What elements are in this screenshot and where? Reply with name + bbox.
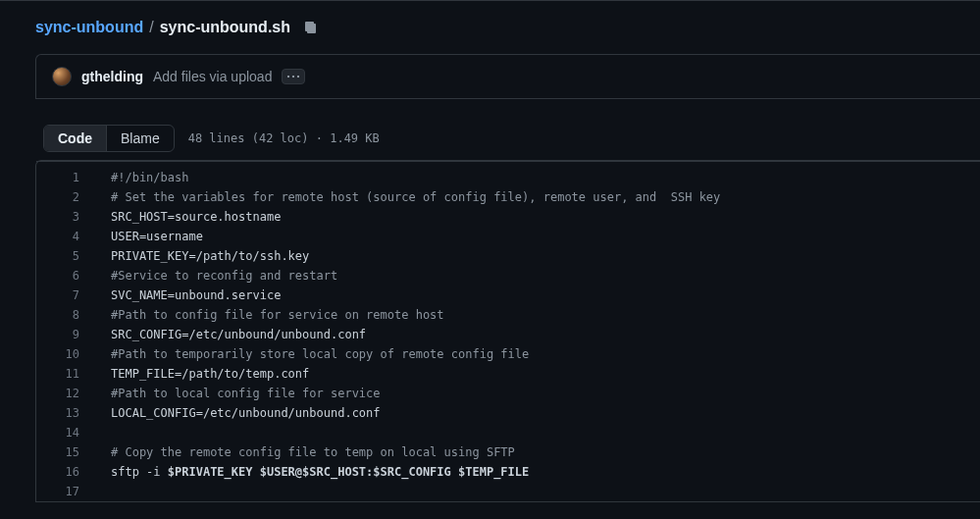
- code-area[interactable]: 1#!/bin/bash2# Set the variables for rem…: [36, 161, 980, 501]
- line-number[interactable]: 1: [36, 168, 99, 187]
- line-number[interactable]: 6: [36, 266, 99, 285]
- code-line[interactable]: SRC_CONFIG=/etc/unbound/unbound.conf: [99, 325, 366, 344]
- code-line[interactable]: #Path to config file for service on remo…: [99, 305, 444, 325]
- breadcrumb-repo-link[interactable]: sync-unbound: [35, 19, 143, 36]
- code-row: 12#Path to local config file for service: [36, 384, 980, 403]
- breadcrumb-filename: sync-unbound.sh: [160, 19, 290, 36]
- commit-box: gthelding Add files via upload: [35, 54, 980, 99]
- line-number[interactable]: 5: [36, 246, 99, 266]
- code-line[interactable]: #Service to reconfig and restart: [99, 266, 337, 285]
- line-number[interactable]: 14: [36, 423, 99, 442]
- code-row: 3SRC_HOST=source.hostname: [36, 207, 980, 227]
- code-line[interactable]: PRIVATE_KEY=/path/to/ssh.key: [99, 246, 309, 266]
- ellipsis-icon: [287, 75, 299, 78]
- code-row: 5PRIVATE_KEY=/path/to/ssh.key: [36, 246, 980, 266]
- line-number[interactable]: 3: [36, 207, 99, 227]
- code-line[interactable]: # Copy the remote config file to temp on…: [99, 442, 515, 462]
- file-info: 48 lines (42 loc) · 1.49 KB: [188, 131, 380, 145]
- breadcrumb: sync-unbound / sync-unbound.sh: [35, 1, 980, 54]
- line-number[interactable]: 4: [36, 227, 99, 246]
- code-line[interactable]: SVC_NAME=unbound.service: [99, 285, 281, 305]
- code-line[interactable]: LOCAL_CONFIG=/etc/unbound/unbound.conf: [99, 403, 381, 423]
- copy-path-icon[interactable]: [302, 20, 318, 35]
- code-box: 1#!/bin/bash2# Set the variables for rem…: [35, 160, 980, 502]
- code-line[interactable]: sftp -i $PRIVATE_KEY $USER@$SRC_HOST:$SR…: [99, 462, 529, 482]
- file-header: Code Blame 48 lines (42 loc) · 1.49 KB: [35, 115, 980, 160]
- line-number[interactable]: 16: [36, 462, 99, 482]
- line-number[interactable]: 15: [36, 442, 99, 462]
- code-row: 1#!/bin/bash: [36, 168, 980, 187]
- commit-ellipsis-button[interactable]: [282, 69, 305, 84]
- main-content: sync-unbound / sync-unbound.sh gthelding…: [0, 1, 980, 502]
- code-line[interactable]: #Path to temporarily store local copy of…: [99, 344, 529, 364]
- code-row: 15# Copy the remote config file to temp …: [36, 442, 980, 462]
- line-number[interactable]: 2: [36, 187, 99, 207]
- code-blame-tabs: Code Blame: [43, 125, 175, 152]
- line-number[interactable]: 13: [36, 403, 99, 423]
- code-row: 11TEMP_FILE=/path/to/temp.conf: [36, 364, 980, 384]
- line-number[interactable]: 9: [36, 325, 99, 344]
- commit-author[interactable]: gthelding: [81, 69, 143, 84]
- tab-code[interactable]: Code: [44, 126, 106, 151]
- code-line[interactable]: #!/bin/bash: [99, 168, 188, 187]
- code-line[interactable]: USER=username: [99, 227, 203, 246]
- code-row: 6#Service to reconfig and restart: [36, 266, 980, 285]
- code-row: 16sftp -i $PRIVATE_KEY $USER@$SRC_HOST:$…: [36, 462, 980, 482]
- line-number[interactable]: 8: [36, 305, 99, 325]
- tab-blame[interactable]: Blame: [106, 126, 174, 151]
- code-row: 17: [36, 482, 980, 501]
- line-number[interactable]: 12: [36, 384, 99, 403]
- code-line[interactable]: [99, 482, 111, 501]
- code-row: 13LOCAL_CONFIG=/etc/unbound/unbound.conf: [36, 403, 980, 423]
- line-number[interactable]: 7: [36, 285, 99, 305]
- code-row: 10#Path to temporarily store local copy …: [36, 344, 980, 364]
- line-number[interactable]: 17: [36, 482, 99, 501]
- code-line[interactable]: [99, 423, 111, 442]
- latest-commit-bar: gthelding Add files via upload: [36, 55, 980, 98]
- code-line[interactable]: TEMP_FILE=/path/to/temp.conf: [99, 364, 309, 384]
- avatar[interactable]: [52, 67, 72, 86]
- code-row: 9SRC_CONFIG=/etc/unbound/unbound.conf: [36, 325, 980, 344]
- breadcrumb-separator: /: [149, 19, 153, 36]
- code-line[interactable]: # Set the variables for remote host (sou…: [99, 187, 720, 207]
- commit-message[interactable]: Add files via upload: [153, 69, 272, 84]
- code-row: 4USER=username: [36, 227, 980, 246]
- code-row: 8#Path to config file for service on rem…: [36, 305, 980, 325]
- code-row: 7SVC_NAME=unbound.service: [36, 285, 980, 305]
- line-number[interactable]: 10: [36, 344, 99, 364]
- code-line[interactable]: #Path to local config file for service: [99, 384, 381, 403]
- code-line[interactable]: SRC_HOST=source.hostname: [99, 207, 281, 227]
- line-number[interactable]: 11: [36, 364, 99, 384]
- code-row: 2# Set the variables for remote host (so…: [36, 187, 980, 207]
- code-row: 14: [36, 423, 980, 442]
